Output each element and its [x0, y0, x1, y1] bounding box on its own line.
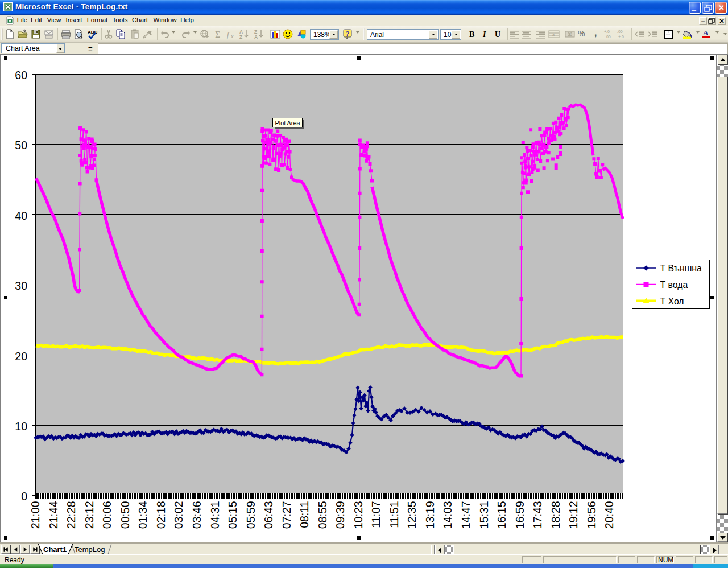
- svg-text:0: 0: [21, 490, 27, 503]
- svg-text:04:31: 04:31: [209, 501, 221, 529]
- svg-text:Т Външна: Т Външна: [660, 264, 702, 273]
- svg-text:12:35: 12:35: [406, 501, 418, 529]
- svg-text:14:47: 14:47: [460, 501, 472, 529]
- svg-text:+.0: +.0: [604, 30, 610, 34]
- svg-text:Plot Area: Plot Area: [275, 120, 300, 126]
- svg-text:10:23: 10:23: [352, 501, 365, 529]
- svg-text:08:55: 08:55: [316, 501, 329, 529]
- svg-text:00:06: 00:06: [101, 501, 113, 529]
- svg-text:TempLog: TempLog: [75, 545, 105, 554]
- svg-text:11:51: 11:51: [388, 501, 400, 528]
- svg-text:16:15: 16:15: [495, 501, 508, 529]
- svg-text:20:40: 20:40: [603, 501, 615, 529]
- svg-text:20: 20: [15, 350, 27, 363]
- svg-text:Z: Z: [239, 34, 242, 40]
- svg-text:17:43: 17:43: [531, 501, 544, 529]
- svg-text:40: 40: [15, 209, 27, 222]
- svg-text:18:28: 18:28: [549, 501, 562, 529]
- svg-text:Т Хол: Т Хол: [660, 297, 684, 306]
- svg-text:08:11: 08:11: [298, 501, 311, 528]
- svg-text:23:12: 23:12: [83, 501, 96, 529]
- svg-text:09:39: 09:39: [334, 501, 346, 529]
- svg-text:30: 30: [15, 279, 27, 292]
- svg-text:07:27: 07:27: [280, 501, 293, 529]
- svg-text:19:56: 19:56: [585, 501, 598, 529]
- svg-text:05:15: 05:15: [226, 501, 239, 529]
- svg-text:?: ?: [346, 30, 350, 37]
- svg-text:19:12: 19:12: [567, 501, 580, 529]
- svg-text:00:50: 00:50: [119, 501, 131, 529]
- svg-text:x: x: [230, 33, 234, 39]
- svg-text:03:02: 03:02: [172, 501, 185, 529]
- svg-text:A: A: [254, 34, 258, 40]
- svg-text:50: 50: [15, 139, 27, 151]
- svg-text:.00: .00: [617, 30, 623, 34]
- svg-text:22:28: 22:28: [65, 501, 77, 529]
- svg-text:10: 10: [15, 420, 27, 433]
- svg-text:05:59: 05:59: [245, 501, 257, 529]
- svg-text:01:34: 01:34: [136, 501, 149, 529]
- svg-text:21:44: 21:44: [47, 501, 60, 529]
- svg-text:Chart1: Chart1: [43, 545, 67, 554]
- svg-text:Т вода: Т вода: [660, 280, 688, 290]
- svg-text:11:07: 11:07: [370, 501, 382, 528]
- svg-text:14:03: 14:03: [441, 501, 454, 529]
- svg-text:03:46: 03:46: [191, 501, 203, 529]
- svg-text:f: f: [227, 30, 230, 39]
- svg-text:a: a: [552, 32, 555, 36]
- svg-text:Σ: Σ: [215, 30, 220, 39]
- svg-text:21:00: 21:00: [29, 501, 42, 529]
- svg-text:15:31: 15:31: [478, 501, 490, 529]
- svg-text:02:18: 02:18: [155, 501, 167, 529]
- svg-text:.00: .00: [605, 35, 611, 39]
- svg-text:60: 60: [15, 69, 27, 81]
- svg-text:ABC: ABC: [88, 30, 98, 35]
- svg-text:06:43: 06:43: [262, 501, 275, 529]
- svg-text:+.0: +.0: [618, 35, 624, 39]
- svg-text:13:19: 13:19: [424, 501, 436, 529]
- svg-text:16:59: 16:59: [514, 501, 526, 529]
- svg-text:$: $: [569, 32, 572, 37]
